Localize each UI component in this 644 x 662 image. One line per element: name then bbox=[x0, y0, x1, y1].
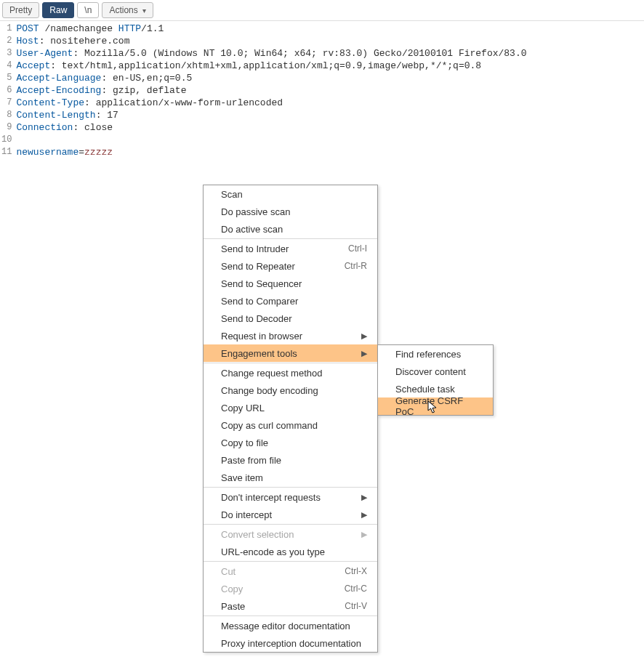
code-token: Accept bbox=[16, 60, 50, 71]
menu-item-send-to-repeater[interactable]: Send to RepeaterCtrl-R bbox=[204, 257, 377, 275]
code-line[interactable]: Accept-Encoding: gzip, deflate bbox=[16, 84, 526, 97]
code-area[interactable]: POST /namechangee HTTP/1.1Host: nositehe… bbox=[15, 21, 526, 160]
menu-item-send-to-decoder[interactable]: Send to Decoder bbox=[204, 310, 377, 327]
menu-separator bbox=[204, 524, 377, 525]
line-number: 10 bbox=[1, 134, 12, 146]
menu-item-label: Copy URL bbox=[221, 403, 265, 413]
menu-item-send-to-intruder[interactable]: Send to IntruderCtrl-I bbox=[204, 240, 377, 257]
code-line[interactable]: Content-Length: 17 bbox=[16, 109, 526, 121]
code-token: Content-Length bbox=[16, 110, 95, 121]
code-line[interactable]: POST /namechangee HTTP/1.1 bbox=[16, 23, 526, 35]
code-token: HTTP bbox=[118, 23, 141, 34]
menu-item-don-t-intercept-requests[interactable]: Don't intercept requests▶ bbox=[204, 488, 377, 506]
code-token: zzzzz bbox=[84, 147, 113, 158]
menu-item-label: Message editor documentation bbox=[221, 621, 350, 631]
chevron-right-icon: ▶ bbox=[361, 510, 367, 520]
code-token: Accept-Language bbox=[16, 73, 101, 84]
menu-item-label: Send to Decoder bbox=[221, 313, 292, 324]
menu-item-label: Find references bbox=[395, 349, 461, 360]
menu-item-label: Paste from file bbox=[221, 455, 281, 466]
pretty-button[interactable]: Pretty bbox=[2, 2, 39, 18]
line-number: 5 bbox=[1, 72, 12, 84]
menu-item-change-request-method[interactable]: Change request method bbox=[204, 364, 377, 382]
chevron-right-icon: ▶ bbox=[361, 349, 367, 358]
code-line[interactable]: Accept-Language: en-US,en;q=0.5 bbox=[16, 72, 526, 84]
menu-item-do-passive-scan[interactable]: Do passive scan bbox=[204, 203, 377, 220]
engagement-tools-submenu[interactable]: Find referencesDiscover contentSchedule … bbox=[377, 344, 494, 416]
menu-item-label: Discover content bbox=[395, 366, 466, 377]
menu-item-label: Copy bbox=[221, 584, 243, 594]
menu-item-message-editor-documentation[interactable]: Message editor documentation bbox=[204, 617, 377, 634]
menu-item-label: URL-encode as you type bbox=[221, 546, 325, 557]
chevron-right-icon: ▶ bbox=[361, 493, 367, 502]
menu-item-do-intercept[interactable]: Do intercept▶ bbox=[204, 506, 377, 523]
menu-item-paste[interactable]: PasteCtrl-V bbox=[204, 597, 377, 615]
line-number: 7 bbox=[1, 97, 12, 109]
request-editor[interactable]: 1234567891011 POST /namechangee HTTP/1.1… bbox=[0, 21, 644, 160]
code-line[interactable]: Host: nositehere.com bbox=[16, 35, 526, 47]
code-token: : en-US,en;q=0.5 bbox=[101, 73, 192, 84]
code-token: /namechangee bbox=[44, 23, 118, 34]
menu-item-do-active-scan[interactable]: Do active scan bbox=[204, 220, 377, 238]
menu-item-label: Change request method bbox=[221, 368, 322, 379]
menu-item-change-body-encoding[interactable]: Change body encoding bbox=[204, 382, 377, 399]
code-token: Content-Type bbox=[16, 97, 84, 108]
code-line[interactable]: newusername=zzzzz bbox=[16, 146, 526, 158]
newline-button[interactable]: \n bbox=[77, 2, 99, 18]
menu-item-url-encode-as-you-type[interactable]: URL-encode as you type bbox=[204, 543, 377, 560]
line-number: 4 bbox=[1, 60, 12, 72]
menu-shortcut: Ctrl-X bbox=[345, 566, 367, 576]
actions-button[interactable]: Actions ▾ bbox=[102, 2, 153, 18]
menu-item-cut: CutCtrl-X bbox=[204, 562, 377, 580]
code-token: Accept-Encoding bbox=[16, 85, 101, 96]
submenu-item-find-references[interactable]: Find references bbox=[378, 345, 493, 363]
menu-shortcut: Ctrl-I bbox=[348, 243, 367, 254]
menu-item-send-to-comparer[interactable]: Send to Comparer bbox=[204, 292, 377, 310]
menu-item-label: Copy as curl command bbox=[221, 420, 318, 431]
line-number: 6 bbox=[1, 84, 12, 97]
code-token: User-Agent bbox=[16, 48, 73, 59]
menu-item-save-item[interactable]: Save item bbox=[204, 469, 377, 486]
menu-item-label: Cut bbox=[221, 566, 236, 577]
code-token: Host bbox=[16, 36, 39, 47]
code-token: 1.1 bbox=[147, 23, 164, 34]
chevron-right-icon: ▶ bbox=[361, 530, 367, 539]
code-line[interactable]: Accept: text/html,application/xhtml+xml,… bbox=[16, 60, 526, 72]
context-menu[interactable]: ScanDo passive scanDo active scanSend to… bbox=[203, 185, 378, 653]
menu-item-copy-to-file[interactable]: Copy to file bbox=[204, 434, 377, 451]
menu-shortcut: Ctrl-R bbox=[345, 261, 367, 271]
raw-button[interactable]: Raw bbox=[42, 2, 74, 18]
code-token: newusername bbox=[16, 147, 79, 158]
menu-item-label: Copy to file bbox=[221, 437, 268, 448]
menu-item-send-to-sequencer[interactable]: Send to Sequencer bbox=[204, 275, 377, 292]
code-token: / bbox=[141, 23, 147, 34]
code-line[interactable] bbox=[16, 134, 526, 146]
menu-item-label: Don't intercept requests bbox=[221, 492, 321, 503]
code-token: : gzip, deflate bbox=[101, 85, 186, 96]
menu-item-engagement-tools[interactable]: Engagement tools▶ bbox=[204, 344, 377, 362]
code-line[interactable]: User-Agent: Mozilla/5.0 (Windows NT 10.0… bbox=[16, 47, 526, 60]
menu-item-label: Do passive scan bbox=[221, 206, 290, 217]
menu-item-request-in-browser[interactable]: Request in browser▶ bbox=[204, 327, 377, 344]
code-token: : nositehere.com bbox=[39, 36, 130, 47]
menu-shortcut: Ctrl-V bbox=[345, 601, 367, 611]
menu-item-label: Proxy interception documentation bbox=[221, 638, 361, 649]
menu-item-copy-url[interactable]: Copy URL bbox=[204, 399, 377, 416]
menu-item-paste-from-file[interactable]: Paste from file bbox=[204, 451, 377, 469]
menu-item-copy-as-curl-command[interactable]: Copy as curl command bbox=[204, 416, 377, 434]
code-line[interactable]: Connection: close bbox=[16, 121, 526, 134]
code-line[interactable]: Content-Type: application/x-www-form-url… bbox=[16, 97, 526, 109]
menu-item-scan[interactable]: Scan bbox=[204, 185, 377, 203]
chevron-down-icon: ▾ bbox=[142, 7, 146, 15]
menu-separator bbox=[204, 238, 377, 239]
line-number: 11 bbox=[1, 146, 12, 158]
code-token: : text/html,application/xhtml+xml,applic… bbox=[50, 60, 481, 71]
menu-separator bbox=[204, 615, 377, 616]
menu-item-label: Send to Sequencer bbox=[221, 278, 302, 289]
menu-item-label: Schedule task bbox=[395, 384, 455, 395]
menu-item-label: Send to Repeater bbox=[221, 261, 295, 272]
submenu-item-discover-content[interactable]: Discover content bbox=[378, 363, 493, 380]
submenu-item-generate-csrf-poc[interactable]: Generate CSRF PoC bbox=[378, 397, 493, 415]
code-token: = bbox=[79, 147, 84, 158]
menu-item-proxy-interception-documentation[interactable]: Proxy interception documentation bbox=[204, 634, 377, 652]
